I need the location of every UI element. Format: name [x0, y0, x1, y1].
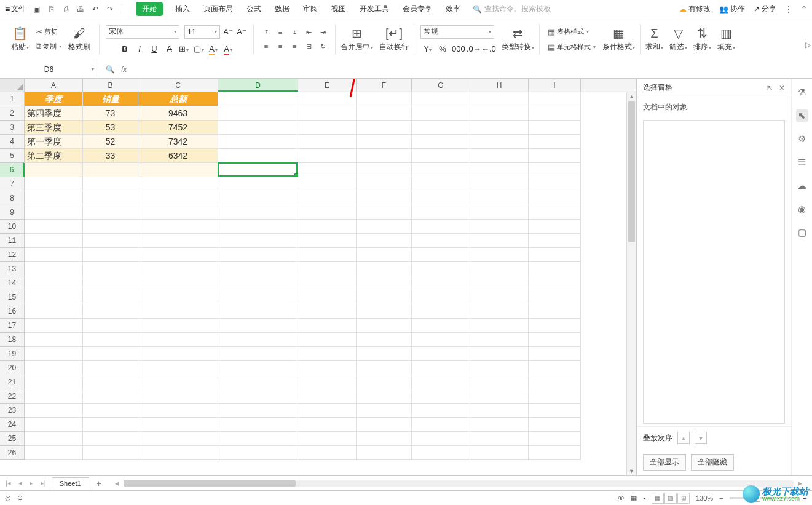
cell[interactable] — [470, 262, 529, 276]
cell[interactable] — [412, 106, 470, 121]
zoom-in-icon[interactable]: + — [803, 495, 807, 502]
strip-more-icon[interactable]: ▢ — [796, 226, 808, 239]
cell[interactable] — [470, 220, 529, 234]
cell[interactable] — [470, 135, 529, 149]
wrap-button[interactable]: [↵] 自动换行 — [377, 25, 411, 54]
format-painter-button[interactable]: 🖌 格式刷 — [66, 25, 93, 54]
zoom-out-icon[interactable]: − — [719, 495, 723, 502]
cell[interactable] — [412, 135, 470, 149]
cell[interactable] — [412, 418, 470, 432]
collapse-ribbon-icon[interactable]: ⌃ — [801, 5, 807, 14]
cell[interactable] — [138, 389, 218, 404]
row-header[interactable]: 9 — [0, 205, 25, 220]
row-header[interactable]: 16 — [0, 304, 25, 319]
cell[interactable] — [357, 262, 412, 276]
cell[interactable] — [218, 149, 298, 163]
cell[interactable] — [470, 106, 529, 121]
cell[interactable] — [412, 248, 470, 262]
cell[interactable] — [412, 304, 470, 319]
col-header-F[interactable]: F — [357, 79, 412, 92]
filter-button[interactable]: ▽筛选▾ — [667, 25, 690, 54]
grid-toggle-icon[interactable]: ▦ — [631, 494, 637, 502]
cell[interactable] — [470, 432, 529, 446]
name-box[interactable]: D6 ▾ — [0, 60, 98, 78]
cell[interactable] — [138, 319, 218, 333]
scroll-right-icon[interactable]: ▶ — [798, 480, 802, 487]
cell[interactable] — [298, 205, 357, 220]
cell[interactable] — [298, 177, 357, 191]
italic-icon[interactable]: I — [134, 44, 145, 54]
cell[interactable] — [470, 248, 529, 262]
cell[interactable] — [25, 404, 83, 418]
cell[interactable] — [529, 248, 581, 262]
cell[interactable] — [83, 446, 138, 460]
row-header[interactable]: 15 — [0, 290, 25, 304]
sheet-next-icon[interactable]: ▸ — [28, 479, 35, 487]
pin-icon[interactable]: ⇱ — [767, 84, 773, 92]
cell[interactable]: 53 — [83, 121, 138, 135]
cell[interactable] — [529, 418, 581, 432]
cell[interactable] — [412, 389, 470, 404]
sheet-first-icon[interactable]: |◂ — [4, 479, 13, 487]
cell[interactable] — [470, 205, 529, 220]
cell[interactable] — [218, 333, 298, 347]
cell[interactable] — [412, 92, 470, 106]
cell[interactable] — [412, 347, 470, 361]
cell[interactable] — [138, 276, 218, 290]
cell[interactable] — [83, 333, 138, 347]
cell[interactable] — [83, 361, 138, 375]
col-header-C[interactable]: C — [138, 79, 218, 92]
cell[interactable] — [298, 432, 357, 446]
align-center-icon[interactable]: ≡ — [274, 40, 286, 52]
cell[interactable] — [25, 418, 83, 432]
cell[interactable] — [529, 446, 581, 460]
tab-开始[interactable]: 开始 — [136, 2, 163, 16]
distribute-icon[interactable]: ⊟ — [302, 40, 315, 52]
cell[interactable] — [83, 432, 138, 446]
cell[interactable] — [529, 106, 581, 121]
file-menu[interactable]: ≡ 文件 — [5, 4, 26, 14]
increase-font-icon[interactable]: A⁺ — [223, 27, 234, 36]
cell[interactable] — [529, 319, 581, 333]
vscroll-thumb[interactable] — [628, 101, 635, 242]
cell[interactable] — [83, 319, 138, 333]
cell[interactable] — [529, 361, 581, 375]
view-break-icon[interactable]: ⊞ — [677, 493, 690, 504]
cell[interactable]: 第三季度 — [25, 121, 83, 135]
cell[interactable] — [218, 234, 298, 248]
hscroll-thumb[interactable] — [124, 480, 296, 487]
cell[interactable] — [138, 290, 218, 304]
cell[interactable] — [412, 121, 470, 135]
cell[interactable] — [357, 375, 412, 389]
cell[interactable] — [357, 418, 412, 432]
move-up-button[interactable]: ▲ — [677, 432, 690, 444]
cell[interactable] — [357, 347, 412, 361]
cell[interactable] — [218, 290, 298, 304]
cell[interactable] — [298, 106, 357, 121]
cell[interactable] — [412, 191, 470, 205]
align-right-icon[interactable]: ≡ — [288, 40, 301, 52]
heading-toggle-icon[interactable]: • — [643, 495, 645, 502]
cell[interactable] — [25, 389, 83, 404]
cell[interactable] — [298, 191, 357, 205]
cell[interactable] — [25, 290, 83, 304]
cell[interactable] — [83, 191, 138, 205]
tab-开发工具[interactable]: 开发工具 — [358, 1, 390, 17]
cell[interactable] — [298, 418, 357, 432]
strip-select-icon[interactable]: ⬉ — [796, 109, 808, 122]
cell[interactable] — [218, 418, 298, 432]
cell[interactable] — [529, 333, 581, 347]
scroll-down-icon[interactable]: ▼ — [627, 467, 636, 475]
print-icon[interactable]: ⎙ — [60, 4, 71, 15]
row-header[interactable]: 2 — [0, 106, 25, 121]
cell[interactable] — [218, 92, 298, 106]
cell[interactable] — [218, 220, 298, 234]
align-top-icon[interactable]: ⇡ — [260, 26, 272, 38]
cell[interactable] — [357, 432, 412, 446]
cell[interactable] — [357, 135, 412, 149]
cell[interactable] — [138, 191, 218, 205]
cell[interactable] — [470, 304, 529, 319]
cell[interactable] — [138, 375, 218, 389]
modified-indicator[interactable]: ☁ 有修改 — [679, 4, 711, 14]
cell[interactable] — [218, 191, 298, 205]
